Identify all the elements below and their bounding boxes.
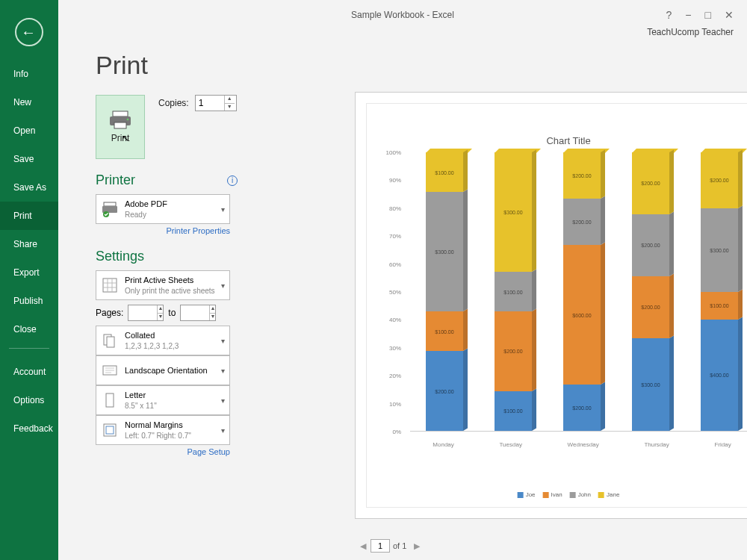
bar-tuesday: $100.00$200.00$100.00$300.00 (495, 152, 532, 431)
pages-to-spinner[interactable]: ▲▼ (180, 305, 216, 321)
sidebar-item-save-as[interactable]: Save As (0, 173, 58, 202)
chart-title: Chart Title (367, 135, 747, 146)
bar-thursday: $300.00$200.00$200.00$200.00 (632, 152, 669, 431)
bar-segment: $100.00 (701, 292, 738, 320)
bar-segment: $300.00 (426, 192, 463, 311)
x-label: Friday (714, 441, 731, 448)
printer-ready-icon (101, 200, 119, 218)
pages-from-spinner[interactable]: ▲▼ (128, 305, 164, 321)
sidebar-item-share[interactable]: Share (0, 230, 58, 258)
sidebar-item-save[interactable]: Save (0, 145, 58, 173)
landscape-icon (101, 361, 119, 379)
copies-label: Copies: (158, 98, 189, 108)
sidebar-item-new[interactable]: New (0, 88, 58, 116)
prev-page-button[interactable]: ◀ (356, 541, 371, 551)
pages-to-input[interactable] (181, 305, 209, 320)
printer-dropdown[interactable]: Adobe PDF Ready ▾ (96, 194, 230, 224)
orientation-dropdown[interactable]: Landscape Orientation ▾ (96, 355, 230, 385)
margins-sub: Left: 0.7" Right: 0.7" (125, 431, 215, 441)
collate-icon (101, 332, 119, 349)
bar-segment: $300.00 (632, 338, 669, 431)
legend-item: Ivan (543, 491, 562, 498)
data-label: $200.00 (435, 388, 453, 393)
chevron-down-icon: ▾ (221, 281, 225, 290)
printer-heading: Printer i (96, 172, 327, 188)
print-what-dropdown[interactable]: Print Active SheetsOnly print the active… (96, 270, 230, 300)
sidebar-item-feedback[interactable]: Feedback (0, 414, 58, 443)
bar-segment: $100.00 (426, 311, 463, 351)
y-tick: 40% (389, 317, 401, 323)
svg-rect-18 (106, 393, 114, 407)
svg-rect-7 (103, 279, 117, 292)
next-page-button[interactable]: ▶ (409, 541, 424, 551)
data-label: $400.00 (710, 373, 728, 378)
data-label: $300.00 (641, 382, 660, 387)
chevron-down-icon: ▾ (221, 337, 225, 345)
cursor-icon: ↖ (122, 133, 129, 143)
orientation-title: Landscape Orientation (125, 365, 215, 376)
y-tick: 30% (389, 344, 401, 351)
settings-heading: Settings (96, 249, 327, 264)
page-navigator: ◀ of 1 ▶ ▦ ⛶ (356, 539, 747, 553)
data-label: $100.00 (503, 408, 522, 414)
paper-sub: 8.5" x 11" (125, 401, 215, 411)
svg-rect-13 (107, 337, 114, 347)
data-label: $200.00 (710, 178, 728, 183)
copies-spinner[interactable]: ▲▼ (195, 95, 237, 111)
chevron-down-icon: ▾ (221, 367, 225, 375)
data-label: $300.00 (710, 247, 728, 252)
bar-segment: $200.00 (701, 152, 738, 208)
bar-segment: $100.00 (426, 152, 463, 192)
bar-segment: $200.00 (563, 152, 601, 199)
legend-item: Joe (518, 491, 536, 498)
bar-segment: $200.00 (495, 311, 532, 391)
info-icon[interactable]: i (227, 175, 238, 186)
backstage-sidebar: ← InfoNewOpenSaveSave AsPrintShareExport… (0, 0, 58, 560)
sidebar-item-account[interactable]: Account (0, 358, 58, 386)
page-setup-link[interactable]: Page Setup (96, 447, 230, 456)
bar-segment: $200.00 (426, 351, 463, 431)
paper-dropdown[interactable]: Letter8.5" x 11" ▾ (96, 385, 230, 415)
copies-up[interactable]: ▲ (225, 96, 235, 104)
data-label: $300.00 (503, 209, 522, 214)
collate-dropdown[interactable]: Collated1,2,3 1,2,3 1,2,3 ▾ (96, 326, 230, 355)
printer-properties-link[interactable]: Printer Properties (96, 226, 230, 235)
sidebar-item-close[interactable]: Close (0, 315, 58, 343)
data-label: $200.00 (503, 349, 522, 354)
printer-name: Adobe PDF (125, 199, 215, 209)
sidebar-item-publish[interactable]: Publish (0, 287, 58, 315)
page-of-label: of 1 (390, 541, 409, 550)
copies-input[interactable] (196, 96, 224, 111)
pages-to-label: to (168, 308, 176, 318)
pages-from-input[interactable] (128, 305, 157, 320)
y-tick: 0% (392, 429, 401, 435)
svg-rect-19 (104, 424, 116, 436)
back-button[interactable]: ← (15, 18, 43, 46)
sidebar-item-export[interactable]: Export (0, 258, 58, 287)
copies-down[interactable]: ▼ (225, 104, 235, 111)
chevron-down-icon: ▾ (221, 426, 225, 435)
collate-title: Collated (125, 330, 215, 340)
sidebar-item-options[interactable]: Options (0, 386, 58, 414)
print-button[interactable]: Print ↖ (96, 95, 145, 159)
data-label: $100.00 (435, 169, 453, 175)
margins-icon (101, 421, 119, 439)
margins-dropdown[interactable]: Normal MarginsLeft: 0.7" Right: 0.7" ▾ (96, 415, 230, 445)
bar-segment: $100.00 (495, 391, 532, 431)
y-tick: 100% (386, 149, 401, 156)
bar-segment: $200.00 (632, 214, 669, 276)
sheets-icon (101, 276, 119, 294)
bar-friday: $400.00$100.00$300.00$200.00 (701, 152, 738, 431)
sidebar-item-print[interactable]: Print (0, 202, 58, 230)
svg-point-6 (103, 211, 109, 217)
y-tick: 70% (389, 233, 401, 240)
page-number-input[interactable] (371, 539, 390, 553)
data-label: $200.00 (641, 181, 660, 186)
sidebar-item-info[interactable]: Info (0, 60, 58, 88)
paper-icon (101, 391, 119, 409)
y-tick: 60% (389, 261, 401, 267)
collate-sub: 1,2,3 1,2,3 1,2,3 (125, 341, 215, 351)
data-label: $100.00 (710, 303, 728, 308)
sidebar-item-open[interactable]: Open (0, 116, 58, 145)
data-label: $200.00 (572, 220, 591, 225)
